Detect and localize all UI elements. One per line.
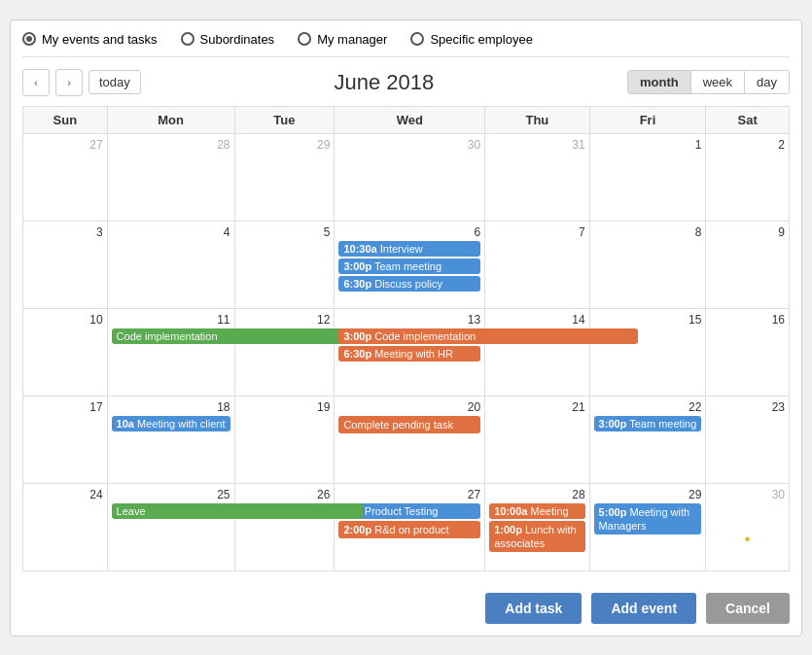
next-button[interactable]: ›	[55, 69, 83, 96]
day-view-button[interactable]: day	[745, 71, 789, 93]
day-cell[interactable]: 14	[485, 308, 589, 396]
day-cell[interactable]: 25 Leave	[107, 483, 234, 570]
day-cell[interactable]: 30	[335, 133, 485, 221]
day-cell[interactable]: 30 •	[706, 483, 790, 570]
calendar-grid: Sun Mon Tue Wed Thu Fri Sat 27 28 29 30 …	[22, 106, 790, 571]
nav-controls: ‹ › today	[22, 69, 141, 96]
filter-my-events-label: My events and tasks	[42, 32, 158, 47]
day-cell[interactable]: 15	[589, 308, 706, 396]
add-event-button[interactable]: Add event	[591, 593, 696, 624]
filter-my-manager-label: My manager	[317, 32, 387, 47]
day-cell[interactable]: 27 10a Product Testing 2:00p R&d on prod…	[335, 483, 485, 570]
week-row: 3 4 5 6 10:30a Interview 3:00p Team meet…	[23, 221, 790, 308]
today-button[interactable]: today	[88, 70, 141, 94]
day-cell[interactable]: 5	[234, 221, 335, 308]
event[interactable]: 10a Meeting with client	[112, 416, 230, 431]
event[interactable]: 3:00p Code implementation	[338, 328, 638, 344]
day-cell[interactable]: 3	[23, 221, 108, 308]
footer: Add task Add event Cancel	[22, 583, 790, 624]
radio-my-events[interactable]	[22, 32, 36, 46]
event[interactable]: 5:00p Meeting with Managers	[594, 503, 702, 535]
weekday-wed: Wed	[335, 106, 485, 133]
day-cell[interactable]: 28	[107, 133, 234, 221]
day-cell[interactable]: 10	[23, 308, 108, 396]
week-view-button[interactable]: week	[691, 71, 745, 93]
filter-my-events[interactable]: My events and tasks	[22, 32, 158, 47]
event[interactable]: 3:00p Team meeting	[338, 259, 480, 274]
day-cell[interactable]: 27	[23, 133, 108, 221]
filter-row: My events and tasks Subordinates My mana…	[22, 32, 790, 57]
filter-subordinates-label: Subordinates	[200, 32, 275, 47]
weekday-sun: Sun	[23, 106, 108, 133]
day-cell[interactable]: 24	[23, 483, 108, 570]
day-cell[interactable]: 9	[706, 221, 790, 308]
event[interactable]: 3:00p Team meeting	[594, 416, 702, 431]
week-row: 27 28 29 30 31 1 2	[23, 133, 790, 221]
day-cell[interactable]: 13 3:00p Code implementation 6:30p Meeti…	[335, 308, 485, 396]
radio-my-manager[interactable]	[298, 32, 311, 46]
event[interactable]: 2:00p R&d on product	[338, 521, 480, 538]
day-cell[interactable]: 31	[485, 133, 589, 221]
day-cell[interactable]: 28 10:00a Meeting 1:00p Lunch with assoc…	[485, 483, 589, 570]
weekday-sat: Sat	[706, 106, 790, 133]
event[interactable]: 6:30p Discuss policy	[338, 276, 480, 292]
day-cell[interactable]: 1	[589, 133, 706, 221]
filter-specific-employee-label: Specific employee	[430, 32, 533, 47]
radio-specific-employee[interactable]	[410, 32, 424, 46]
day-cell[interactable]: 12 12p Training	[234, 308, 335, 396]
day-cell[interactable]: 2	[706, 133, 790, 221]
cancel-button[interactable]: Cancel	[706, 593, 790, 624]
day-cell[interactable]: 18 10a Meeting with client	[107, 396, 234, 483]
week-row: 17 18 10a Meeting with client 19 20 Comp…	[23, 396, 790, 483]
month-view-button[interactable]: month	[628, 71, 691, 93]
day-cell[interactable]: 29	[234, 133, 335, 221]
day-cell[interactable]: 6 10:30a Interview 3:00p Team meeting 6:…	[335, 221, 485, 308]
calendar-container: My events and tasks Subordinates My mana…	[10, 19, 802, 637]
day-cell[interactable]: 16	[706, 308, 790, 396]
event[interactable]: Complete pending task	[338, 416, 480, 433]
day-cell[interactable]: 26	[234, 483, 335, 570]
day-cell[interactable]: 20 Complete pending task	[335, 396, 485, 483]
add-task-button[interactable]: Add task	[485, 593, 582, 624]
weekday-tue: Tue	[234, 106, 335, 133]
weekday-fri: Fri	[589, 106, 706, 133]
weekday-thu: Thu	[485, 106, 589, 133]
day-cell[interactable]: 11 Code implementation	[107, 308, 234, 396]
day-cell[interactable]: 29 5:00p Meeting with Managers	[589, 483, 706, 570]
event[interactable]: 10:00a Meeting	[489, 503, 584, 519]
day-cell[interactable]: 23	[706, 396, 790, 483]
month-title: June 2018	[335, 70, 435, 95]
calendar-header: ‹ › today June 2018 month week day	[22, 69, 790, 96]
event[interactable]: 10:30a Interview	[338, 241, 480, 257]
day-cell[interactable]: 21	[485, 396, 589, 483]
filter-subordinates[interactable]: Subordinates	[181, 32, 275, 47]
day-cell[interactable]: 4	[107, 221, 234, 308]
dot-indicator: •	[710, 531, 785, 548]
week-row: 24 25 Leave 26 27 10a Product Testing 2:…	[23, 483, 790, 570]
event[interactable]: 6:30p Meeting with HR	[338, 346, 480, 362]
filter-my-manager[interactable]: My manager	[298, 32, 387, 47]
prev-button[interactable]: ‹	[22, 69, 50, 96]
week-row: 10 11 Code implementation 12 12p Trainin…	[23, 308, 790, 396]
day-cell[interactable]: 17	[23, 396, 108, 483]
day-cell[interactable]: 7	[485, 221, 589, 308]
day-cell[interactable]: 19	[234, 396, 335, 483]
weekday-mon: Mon	[107, 106, 234, 133]
day-cell[interactable]: 22 3:00p Team meeting	[589, 396, 706, 483]
day-cell[interactable]: 8	[589, 221, 706, 308]
radio-subordinates[interactable]	[181, 32, 194, 46]
event[interactable]: Leave	[112, 503, 363, 519]
view-controls: month week day	[627, 70, 790, 94]
filter-specific-employee[interactable]: Specific employee	[410, 32, 533, 47]
event[interactable]: 1:00p Lunch with associates	[489, 521, 584, 553]
